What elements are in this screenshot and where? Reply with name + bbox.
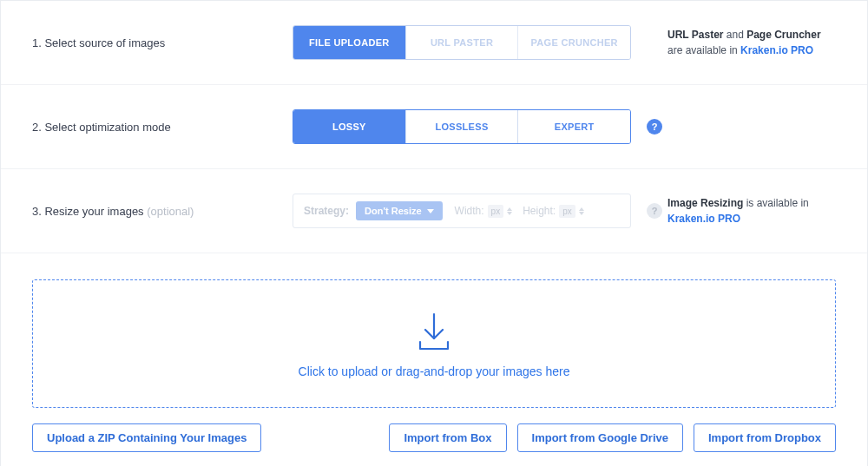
step3-label: 3. Resize your images (optional): [32, 205, 293, 218]
download-icon: [411, 309, 457, 354]
tab-file-uploader[interactable]: FILE UPLOADER: [293, 26, 406, 59]
chevron-down-icon: [427, 209, 434, 213]
settings-panel: 1. Select source of images FILE UPLOADER…: [0, 0, 868, 466]
tab-lossless[interactable]: LOSSLESS: [406, 110, 519, 143]
width-field: Width: px: [455, 205, 513, 218]
import-box-button[interactable]: Import from Box: [389, 423, 506, 452]
step1-note: URL Paster and Page Cruncher are availab…: [667, 27, 841, 58]
help-icon[interactable]: ?: [647, 203, 662, 219]
height-stepper[interactable]: [579, 207, 584, 215]
step3-note: Image Resizing is available in Kraken.io…: [667, 195, 841, 226]
step2-label: 2. Select optimization mode: [32, 121, 293, 134]
resize-box: Strategy: Don't Resize Width: px Height:…: [293, 194, 631, 228]
tab-lossy[interactable]: LOSSY: [293, 110, 406, 143]
kraken-pro-link[interactable]: Kraken.io PRO: [740, 44, 813, 56]
step1-row: 1. Select source of images FILE UPLOADER…: [1, 1, 867, 85]
tab-url-paster[interactable]: URL PASTER: [406, 26, 519, 59]
step3-row: 3. Resize your images (optional) Strateg…: [1, 169, 867, 253]
strategy-select[interactable]: Don't Resize: [356, 201, 443, 220]
import-dropbox-button[interactable]: Import from Dropbox: [694, 423, 836, 452]
kraken-pro-link[interactable]: Kraken.io PRO: [667, 213, 740, 225]
tab-expert[interactable]: EXPERT: [518, 110, 630, 143]
width-stepper[interactable]: [507, 207, 512, 215]
step2-row: 2. Select optimization mode LOSSY LOSSLE…: [1, 85, 867, 169]
import-gdrive-button[interactable]: Import from Google Drive: [517, 423, 683, 452]
strategy-label: Strategy:: [304, 205, 349, 217]
dropzone-text: Click to upload or drag-and-drop your im…: [299, 364, 570, 378]
height-field: Height: px: [523, 205, 584, 218]
upload-section: Click to upload or drag-and-drop your im…: [1, 253, 867, 466]
step1-label: 1. Select source of images: [32, 36, 293, 49]
upload-zip-button[interactable]: Upload a ZIP Containing Your Images: [32, 423, 261, 452]
source-tab-group: FILE UPLOADER URL PASTER PAGE CRUNCHER: [293, 25, 631, 60]
help-icon[interactable]: ?: [647, 119, 662, 135]
import-row: Upload a ZIP Containing Your Images Impo…: [32, 423, 836, 452]
mode-tab-group: LOSSY LOSSLESS EXPERT: [293, 109, 631, 144]
dropzone[interactable]: Click to upload or drag-and-drop your im…: [32, 279, 836, 408]
tab-page-cruncher[interactable]: PAGE CRUNCHER: [518, 26, 630, 59]
